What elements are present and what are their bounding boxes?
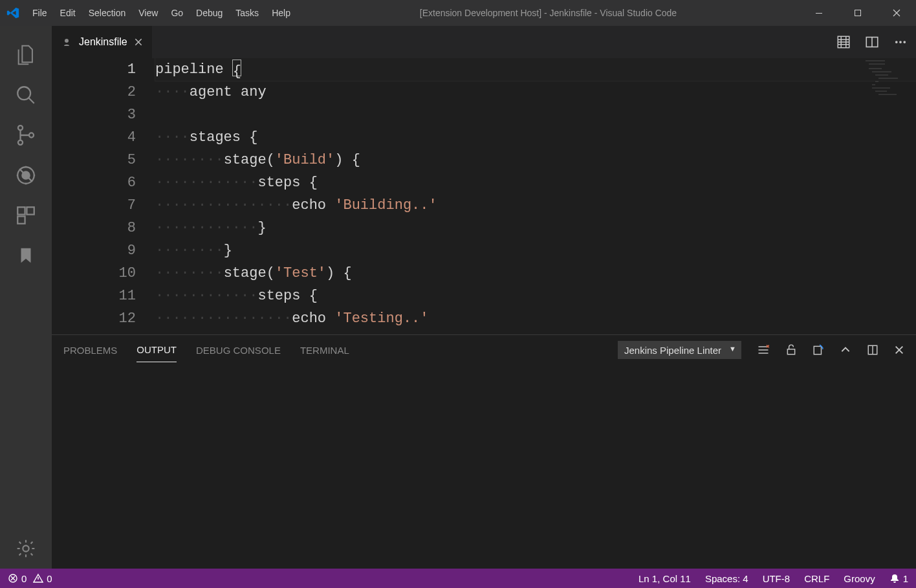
svg-point-11 bbox=[23, 545, 28, 551]
maximize-panel-icon[interactable] bbox=[867, 344, 878, 356]
bookmark-icon[interactable] bbox=[0, 235, 52, 276]
status-bar: 0 0 Ln 1, Col 11 Spaces: 4 UTF-8 CRLF Gr… bbox=[0, 569, 916, 588]
panel-tab-terminal[interactable]: TERMINAL bbox=[300, 338, 349, 362]
close-panel-icon[interactable] bbox=[894, 345, 904, 355]
collapse-panel-icon[interactable] bbox=[840, 344, 851, 356]
svg-rect-0 bbox=[816, 13, 822, 14]
search-icon[interactable] bbox=[0, 75, 52, 115]
titlebar: File Edit Selection View Go Debug Tasks … bbox=[0, 0, 916, 26]
code-content[interactable]: pipeline {····agent any····stages {·····… bbox=[155, 58, 916, 334]
svg-point-15 bbox=[895, 41, 898, 43]
bottom-panel: PROBLEMS OUTPUT DEBUG CONSOLE TERMINAL J… bbox=[52, 334, 916, 569]
window-title: [Extension Development Host] - Jenkinsfi… bbox=[297, 8, 800, 18]
menu-view[interactable]: View bbox=[132, 8, 164, 18]
svg-point-5 bbox=[29, 133, 34, 137]
svg-rect-21 bbox=[872, 71, 891, 72]
status-notifications[interactable]: 1 bbox=[889, 573, 908, 584]
svg-rect-25 bbox=[872, 84, 875, 85]
open-log-icon[interactable] bbox=[812, 344, 824, 356]
svg-rect-8 bbox=[17, 207, 25, 214]
menu-selection[interactable]: Selection bbox=[82, 8, 133, 18]
menu-edit[interactable]: Edit bbox=[54, 8, 82, 18]
debug-icon[interactable] bbox=[0, 155, 52, 195]
svg-point-2 bbox=[17, 87, 30, 100]
menu-go[interactable]: Go bbox=[164, 8, 190, 18]
svg-rect-30 bbox=[814, 346, 821, 354]
editor-area[interactable]: 123456789101112 pipeline {····agent any·… bbox=[52, 58, 916, 334]
panel-tab-problems[interactable]: PROBLEMS bbox=[63, 338, 117, 362]
editor-tabs: Jenkinsfile bbox=[52, 26, 916, 58]
status-errors[interactable]: 0 bbox=[8, 573, 27, 584]
svg-point-16 bbox=[899, 41, 902, 43]
lock-scroll-icon[interactable] bbox=[785, 344, 797, 356]
activity-bar bbox=[0, 26, 52, 569]
svg-rect-26 bbox=[872, 87, 890, 89]
svg-rect-24 bbox=[875, 81, 878, 82]
minimize-button[interactable] bbox=[800, 0, 838, 26]
tab-jenkinsfile[interactable]: Jenkinsfile bbox=[52, 26, 153, 58]
extensions-icon[interactable] bbox=[0, 195, 52, 235]
tab-label: Jenkinsfile bbox=[79, 36, 127, 48]
panel-tab-debug-console[interactable]: DEBUG CONSOLE bbox=[196, 338, 281, 362]
status-indentation[interactable]: Spaces: 4 bbox=[705, 573, 748, 584]
status-eol[interactable]: CRLF bbox=[804, 573, 829, 584]
svg-rect-22 bbox=[875, 74, 888, 76]
panel-tabs: PROBLEMS OUTPUT DEBUG CONSOLE TERMINAL J… bbox=[52, 335, 916, 365]
status-cursor-position[interactable]: Ln 1, Col 11 bbox=[638, 573, 691, 584]
clear-output-icon[interactable] bbox=[757, 343, 770, 356]
svg-point-3 bbox=[18, 125, 23, 130]
minimap[interactable] bbox=[866, 60, 904, 99]
maximize-button[interactable] bbox=[838, 0, 877, 26]
grid-icon[interactable] bbox=[837, 36, 850, 49]
menu-bar: File Edit Selection View Go Debug Tasks … bbox=[26, 8, 297, 18]
svg-rect-18 bbox=[866, 60, 885, 61]
line-number-gutter: 123456789101112 bbox=[52, 58, 155, 334]
menu-file[interactable]: File bbox=[26, 8, 54, 18]
source-control-icon[interactable] bbox=[0, 115, 52, 155]
status-language[interactable]: Groovy bbox=[844, 573, 875, 584]
menu-help[interactable]: Help bbox=[265, 8, 297, 18]
output-channel-select-wrap: Jenkins Pipeline Linter bbox=[618, 341, 741, 359]
svg-rect-23 bbox=[878, 78, 898, 79]
window-controls bbox=[800, 0, 916, 26]
vscode-logo-icon bbox=[0, 6, 26, 20]
status-encoding[interactable]: UTF-8 bbox=[763, 573, 791, 584]
svg-point-12 bbox=[65, 39, 69, 43]
more-icon[interactable] bbox=[894, 36, 907, 49]
explorer-icon[interactable] bbox=[0, 35, 52, 75]
svg-point-7 bbox=[22, 171, 29, 179]
close-button[interactable] bbox=[877, 0, 916, 26]
svg-rect-9 bbox=[27, 207, 34, 214]
svg-rect-28 bbox=[878, 94, 897, 95]
svg-rect-19 bbox=[869, 63, 885, 65]
menu-debug[interactable]: Debug bbox=[190, 8, 229, 18]
settings-gear-icon[interactable] bbox=[0, 528, 52, 569]
svg-rect-20 bbox=[869, 68, 882, 69]
editor-actions bbox=[837, 26, 916, 58]
svg-point-4 bbox=[18, 140, 23, 145]
svg-rect-1 bbox=[855, 10, 861, 16]
output-channel-select[interactable]: Jenkins Pipeline Linter bbox=[618, 341, 741, 359]
menu-tasks[interactable]: Tasks bbox=[229, 8, 265, 18]
panel-tab-output[interactable]: OUTPUT bbox=[136, 338, 177, 362]
svg-rect-29 bbox=[787, 349, 794, 354]
jenkins-file-icon bbox=[61, 36, 72, 48]
status-warnings[interactable]: 0 bbox=[33, 573, 52, 584]
svg-rect-10 bbox=[17, 216, 25, 223]
svg-rect-27 bbox=[875, 91, 887, 92]
svg-point-17 bbox=[903, 41, 906, 43]
panel-body[interactable] bbox=[52, 365, 916, 569]
close-icon[interactable] bbox=[134, 38, 143, 47]
split-editor-icon[interactable] bbox=[866, 36, 878, 49]
